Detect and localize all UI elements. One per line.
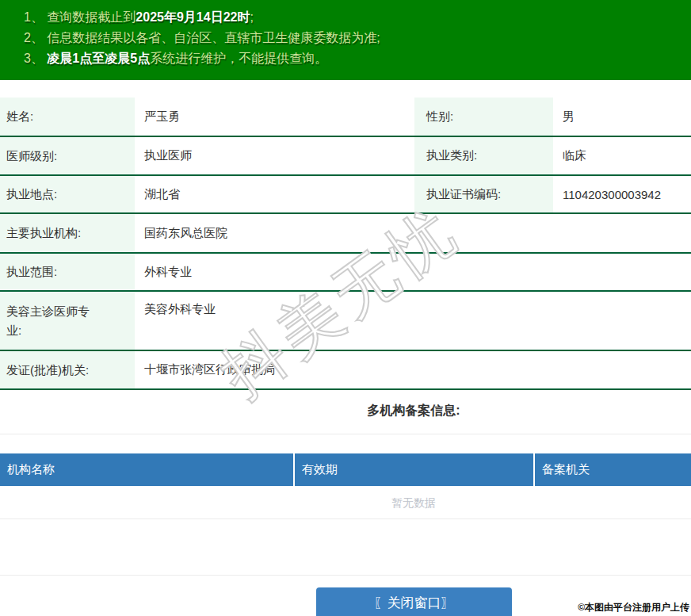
column-header-institution-name: 机构名称 [0, 453, 295, 486]
field-label-doctor-level: 医师级别: [0, 137, 135, 174]
table-row: 美容主诊医师专 业: 美容外科专业 [0, 292, 691, 351]
table-row: 执业地点: 湖北省 执业证书编码: 110420300003942 [0, 176, 691, 214]
field-value-issuing-authority: 十堰市张湾区行政审批局 [135, 351, 691, 388]
notice-line: 2、 信息数据结果以各省、自治区、直辖市卫生健康委数据为准; [24, 28, 683, 48]
field-value-practice-scope: 外科专业 [135, 254, 691, 290]
table-row: 发证(批准)机关: 十堰市张湾区行政审批局 [0, 351, 691, 390]
field-value-gender: 男 [553, 98, 691, 136]
field-label-main-institution: 主要执业机构: [0, 214, 135, 252]
column-header-filing-authority: 备案机关 [535, 453, 691, 486]
notice-text: ; [250, 10, 253, 24]
field-value-doctor-level: 执业医师 [135, 137, 414, 174]
notice-line: 1、 查询数据截止到2025年9月14日22时; [24, 7, 683, 28]
notice-banner: 1、 查询数据截止到2025年9月14日22时; 2、 信息数据结果以各省、自治… [0, 0, 691, 80]
table-row: 执业范围: 外科专业 [0, 254, 691, 292]
close-window-button[interactable]: 〖关闭窗口〗 [316, 587, 512, 616]
field-value-practice-location: 湖北省 [135, 176, 414, 212]
field-label-practice-category: 执业类别: [414, 137, 553, 174]
license-query-result-page: 1、 查询数据截止到2025年9月14日22时; 2、 信息数据结果以各省、自治… [0, 0, 691, 616]
field-value-cosmetic-specialty: 美容外科专业 [135, 292, 691, 350]
field-value-name: 严玉勇 [135, 98, 414, 136]
registry-table-header: 机构名称 有效期 备案机关 [0, 453, 691, 486]
table-row: 医师级别: 执业医师 执业类别: 临床 [0, 137, 691, 176]
table-row: 姓名: 严玉勇 性别: 男 [0, 98, 691, 137]
divider [0, 434, 691, 434]
field-label-cosmetic-specialty: 美容主诊医师专 业: [0, 292, 135, 350]
notice-bold-text: 2025年9月14日22时 [136, 10, 250, 24]
field-label-certificate-number: 执业证书编码: [414, 176, 553, 212]
field-label-gender: 性别: [414, 98, 553, 136]
notice-bold-text: 凌晨1点至凌晨5点 [47, 52, 150, 65]
column-header-validity-period: 有效期 [295, 453, 535, 486]
field-value-practice-category: 临床 [553, 137, 691, 174]
field-value-main-institution: 国药东风总医院 [135, 214, 691, 252]
field-label-issuing-authority: 发证(批准)机关: [0, 351, 135, 388]
field-label-name: 姓名: [0, 98, 135, 136]
physician-info-table: 姓名: 严玉勇 性别: 男 医师级别: 执业医师 执业类别: 临床 执业地点: … [0, 98, 691, 390]
registry-section-title: 多机构备案信息: [0, 399, 691, 423]
field-value-certificate-number: 110420300003942 [553, 176, 691, 212]
divider [0, 575, 691, 576]
table-row: 主要执业机构: 国药东风总医院 [0, 214, 691, 254]
field-label-practice-scope: 执业范围: [0, 254, 135, 290]
notice-text: 3、 [24, 52, 47, 65]
notice-text: 1、 查询数据截止到 [24, 10, 136, 24]
notice-text: 系统进行维护，不能提供查询。 [150, 52, 327, 65]
notice-line: 3、 凌晨1点至凌晨5点系统进行维护，不能提供查询。 [24, 48, 683, 69]
field-label-practice-location: 执业地点: [0, 176, 135, 212]
notice-text: 2、 信息数据结果以各省、自治区、直辖市卫生健康委数据为准; [24, 31, 380, 44]
upload-credit-text: ©本图由平台注册用户上传 [578, 601, 689, 614]
registry-empty-state: 暂无数据 [0, 486, 691, 519]
